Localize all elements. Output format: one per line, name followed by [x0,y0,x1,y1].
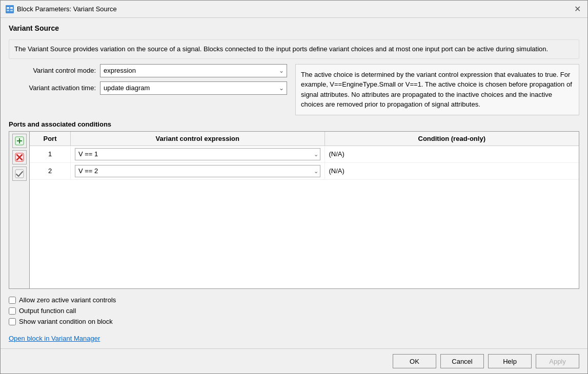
control-mode-select[interactable]: expression label mode [100,64,287,77]
title-bar: Block Parameters: Variant Source ✕ [1,1,587,18]
remove-port-button[interactable] [12,150,27,164]
ok-button[interactable]: OK [393,354,436,368]
add-port-button[interactable] [12,134,27,148]
section-title: Variant Source [9,24,579,32]
allow-zero-checkbox[interactable] [9,297,16,304]
activation-time-select-wrapper: update diagram startup [100,81,287,95]
table-row: 2 V == 2 (N/A) [30,163,579,180]
allow-zero-label[interactable]: Allow zero active variant controls [19,296,116,304]
activation-time-select[interactable]: update diagram startup [100,81,287,95]
window-title: Block Parameters: Variant Source [17,5,117,13]
form-fields: Variant control mode: expression label m… [9,64,287,95]
checkbox-row-2: Output function call [9,307,579,315]
svg-rect-11 [15,170,24,178]
svg-rect-1 [7,7,9,9]
svg-rect-2 [10,7,13,9]
footer: OK Cancel Help Apply [1,348,587,373]
svg-rect-0 [6,5,14,13]
help-text: The active choice is determined by the v… [295,64,579,115]
main-content: Variant Source The Variant Source provid… [1,18,587,348]
apply-button[interactable]: Apply [536,354,579,368]
ports-container: Port Variant control expression Conditio… [9,131,579,289]
port-2-number: 2 [30,163,71,179]
port-2-expression-select[interactable]: V == 2 [75,165,320,177]
show-condition-checkbox[interactable] [9,318,16,325]
close-button[interactable]: ✕ [572,4,582,14]
svg-rect-7 [17,140,22,141]
window-icon [6,5,14,13]
port-2-condition: (N/A) [325,163,579,179]
port-1-expression-select-wrapper: V == 1 [75,148,320,160]
port-2-expression-select-wrapper: V == 2 [75,165,320,177]
table-row: 1 V == 1 (N/A) [30,146,579,163]
control-mode-label: Variant control mode: [9,67,96,74]
checkboxes-section: Allow zero active variant controls Outpu… [9,294,579,327]
col-header-expression: Variant control expression [71,132,325,146]
col-header-condition: Condition (read-only) [325,132,579,146]
description-text: The Variant Source provides variation on… [9,39,579,59]
checkbox-row-3: Show variant condition on block [9,318,579,325]
port-2-expression-cell: V == 2 [71,163,325,179]
control-mode-select-wrapper: expression label mode [100,64,287,77]
variant-manager-link[interactable]: Open block in Variant Manager [9,335,579,342]
ports-table: Port Variant control expression Conditio… [30,132,579,289]
control-mode-row: Variant control mode: expression label m… [9,64,287,77]
help-button[interactable]: Help [488,354,532,368]
form-section: Variant control mode: expression label m… [9,64,579,115]
output-function-label[interactable]: Output function call [19,307,76,315]
port-1-condition: (N/A) [325,146,579,162]
ports-label: Ports and associated conditions [9,120,579,128]
dialog-window: Block Parameters: Variant Source ✕ Varia… [0,0,588,374]
activation-time-row: Variant activation time: update diagram … [9,81,287,95]
svg-rect-3 [7,10,9,11]
col-header-port: Port [30,132,71,146]
table-header: Port Variant control expression Conditio… [30,132,579,146]
ports-toolbar [9,132,30,289]
check-button[interactable] [12,167,27,181]
output-function-checkbox[interactable] [9,307,16,315]
ports-section: Ports and associated conditions [9,120,579,289]
checkbox-row-1: Allow zero active variant controls [9,296,579,304]
port-1-expression-cell: V == 1 [71,146,325,162]
cancel-button[interactable]: Cancel [440,354,484,368]
port-1-expression-select[interactable]: V == 1 [75,148,320,160]
svg-rect-4 [10,10,13,11]
port-1-number: 1 [30,146,71,162]
activation-time-label: Variant activation time: [9,84,96,92]
show-condition-label[interactable]: Show variant condition on block [19,318,113,325]
title-bar-left: Block Parameters: Variant Source [6,5,117,13]
